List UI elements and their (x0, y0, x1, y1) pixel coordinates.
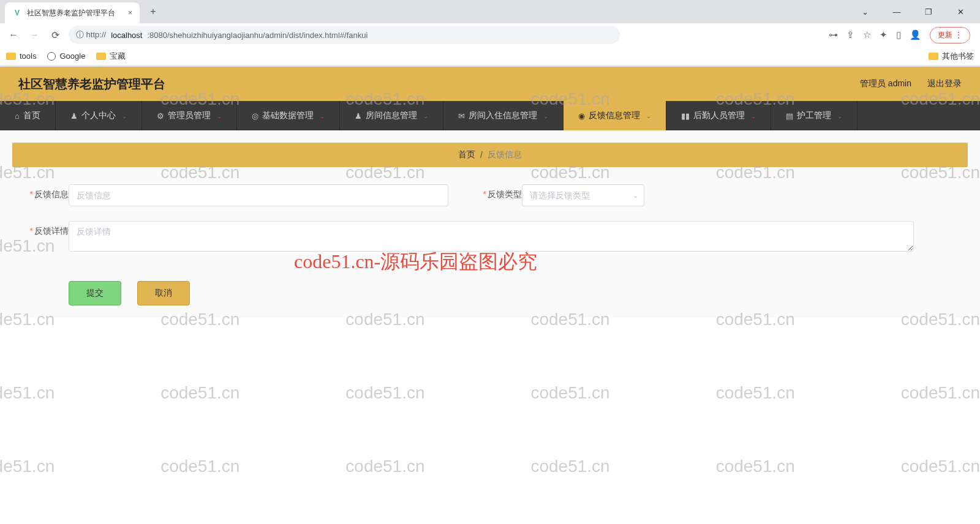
feedback-info-input[interactable] (69, 184, 448, 206)
user-icon: ♟ (70, 111, 78, 121)
logout-link[interactable]: 退出登录 (927, 78, 962, 89)
bookmarks-bar: tools Google 宝藏 其他书签 (0, 47, 980, 66)
data-icon: ◎ (252, 111, 258, 121)
key-icon[interactable]: ⊶ (829, 29, 838, 40)
url-host: localhost (111, 31, 142, 40)
bookmark-other[interactable]: 其他书签 (929, 51, 974, 62)
address-row: ← → ⟳ ⓘ http://localhost:8080/shehuizhih… (0, 23, 980, 47)
bookmark-star-icon[interactable]: ☆ (863, 29, 871, 40)
content: 首页 / 反馈信息 *反馈信息 *反馈类型 ⌄ *反馈详情 提交 取消 (0, 130, 980, 318)
tab-strip: V 社区智慧养老监护管理平台 × + ⌄ — ❐ ✕ (0, 0, 980, 23)
chevron-down-icon: ⌄ (122, 113, 127, 119)
bookmark-google[interactable]: Google (47, 51, 85, 61)
chevron-down-icon: ⌄ (837, 113, 842, 119)
maximize-icon[interactable]: ❐ (916, 7, 941, 17)
room-icon: ♟ (355, 111, 362, 121)
watermark-row: code51.cncode51.cncode51.cncode51.cncode… (0, 310, 980, 329)
breadcrumb-sep: / (480, 150, 483, 160)
watermark-row: code51.cncode51.cncode51.cncode51.cncode… (0, 457, 980, 476)
nurse-icon: ▤ (786, 111, 793, 121)
gear-icon: ⚙ (157, 111, 164, 121)
folder-icon (96, 53, 106, 60)
menu-dots-icon: ⋮ (955, 31, 962, 39)
share-icon[interactable]: ⇪ (846, 29, 854, 40)
cancel-button[interactable]: 取消 (137, 281, 190, 305)
checkin-icon: ✉ (458, 111, 465, 121)
breadcrumb-current: 反馈信息 (488, 149, 522, 160)
watermark-row: code51.cn (0, 236, 980, 256)
tab-title: 社区智慧养老监护管理平台 (27, 8, 115, 18)
close-window-icon[interactable]: ✕ (948, 7, 973, 17)
chevron-down-icon: ⌄ (543, 113, 548, 119)
feedback-icon: ◉ (578, 111, 585, 121)
panel-icon[interactable]: ▯ (896, 29, 901, 40)
chevron-down-icon: ⌄ (217, 113, 222, 119)
breadcrumb-home[interactable]: 首页 (458, 149, 475, 160)
window-controls: ⌄ — ❐ ✕ (853, 7, 980, 17)
forward-button[interactable]: → (27, 28, 42, 42)
minimize-icon[interactable]: — (884, 7, 909, 17)
field-feedback-info: *反馈信息 (20, 184, 448, 206)
admin-label[interactable]: 管理员 admin (860, 78, 911, 89)
favicon-icon: V (12, 8, 22, 18)
extensions-icon[interactable]: ✦ (880, 29, 888, 40)
url-path: :8080/shehuizhihuiyanglaojianhu/admin/di… (147, 31, 368, 40)
watermark-row: code51.cncode51.cncode51.cncode51.cncode… (0, 163, 980, 182)
globe-icon (47, 52, 56, 61)
chevron-down-icon[interactable]: ⌄ (853, 7, 877, 17)
chevron-down-icon: ⌄ (751, 113, 756, 119)
new-tab-button[interactable]: + (145, 3, 162, 20)
close-tab-icon[interactable]: × (128, 9, 132, 17)
folder-icon (929, 53, 938, 60)
url-scheme: ⓘ http:// (76, 29, 106, 40)
browser-chrome: V 社区智慧养老监护管理平台 × + ⌄ — ❐ ✕ ← → ⟳ ⓘ http:… (0, 0, 980, 67)
bookmark-treasure[interactable]: 宝藏 (96, 51, 126, 62)
staff-icon: ▮▮ (681, 111, 690, 121)
watermark-row: code51.cncode51.cncode51.cncode51.cncode… (0, 383, 980, 403)
chevron-down-icon: ⌄ (423, 113, 428, 119)
watermark-row: code51.cncode51.cncode51.cncode51.cncode… (0, 89, 980, 109)
chevron-down-icon: ⌄ (320, 113, 325, 119)
update-button[interactable]: 更新 ⋮ (930, 27, 970, 43)
back-button[interactable]: ← (6, 28, 21, 42)
address-bar[interactable]: ⓘ http://localhost:8080/shehuizhihuiyang… (69, 26, 620, 44)
browser-tab[interactable]: V 社区智慧养老监护管理平台 × (5, 2, 140, 23)
submit-button[interactable]: 提交 (69, 281, 121, 305)
bookmark-tools[interactable]: tools (6, 51, 36, 61)
toolbar-right: ⊶ ⇪ ☆ ✦ ▯ 👤 更新 ⋮ (829, 27, 974, 43)
folder-icon (6, 53, 16, 60)
form-actions: 提交 取消 (69, 281, 968, 305)
feedback-type-select[interactable] (522, 184, 644, 206)
chevron-down-icon: ⌄ (646, 113, 651, 119)
home-icon: ⌂ (15, 111, 20, 121)
profile-icon[interactable]: 👤 (910, 29, 921, 40)
reload-button[interactable]: ⟳ (48, 28, 62, 42)
field-feedback-type: *反馈类型 ⌄ (473, 184, 644, 206)
